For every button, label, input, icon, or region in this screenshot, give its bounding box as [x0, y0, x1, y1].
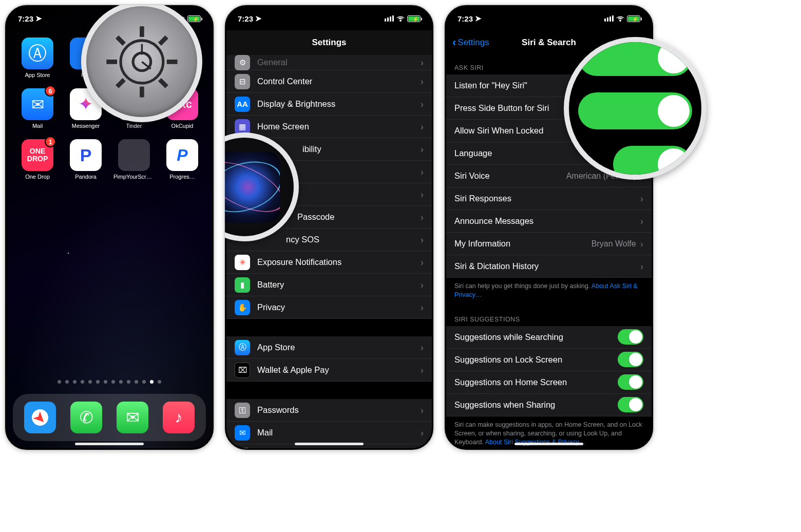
- toggle-suggestions-homescreen[interactable]: [618, 374, 643, 390]
- phone-icon: ✆: [80, 408, 93, 427]
- wifi-icon: [616, 15, 624, 22]
- folder-pimpyourscreen[interactable]: PimpYourScreen: [112, 139, 156, 180]
- back-label: Settings: [457, 37, 489, 48]
- siri-icon: [224, 151, 280, 222]
- onedrop-badge: 1: [45, 136, 56, 147]
- dock-music[interactable]: ♪: [163, 402, 195, 433]
- row-suggestions-searching[interactable]: Suggestions while Searching: [446, 326, 652, 349]
- row-siri-history[interactable]: Siri & Dictation History ›: [446, 255, 652, 278]
- page-indicator[interactable]: [7, 380, 212, 384]
- exposure-icon: ✳︎: [235, 255, 250, 270]
- chevron-right-icon: ›: [421, 144, 424, 155]
- folder-icon: [118, 139, 150, 171]
- magnifier-settings-icon: [81, 4, 202, 122]
- footer-ask-siri: Siri can help you get things done just b…: [446, 278, 652, 307]
- row-passwords[interactable]: ⚿ Passwords ›: [226, 399, 432, 422]
- chevron-right-icon: ›: [640, 216, 643, 227]
- contacts-icon: ☖: [235, 448, 250, 449]
- chevron-right-icon: ›: [421, 279, 424, 291]
- navbar-title: Siri & Search: [522, 37, 576, 48]
- app-onedrop[interactable]: ONE DROP 1 One Drop: [16, 139, 59, 180]
- chevron-right-icon: ›: [421, 121, 424, 132]
- chevron-right-icon: ›: [421, 76, 424, 87]
- gear-icon: ⚙︎: [235, 55, 250, 70]
- row-display-brightness[interactable]: AA Display & Brightness ›: [226, 93, 432, 116]
- chevron-right-icon: ›: [421, 57, 424, 68]
- row-appstore[interactable]: Ⓐ App Store ›: [226, 336, 432, 359]
- svg-line-9: [117, 80, 124, 87]
- chevron-right-icon: ›: [421, 342, 424, 353]
- toggle-suggestions-lockscreen[interactable]: [618, 352, 643, 367]
- status-time: 7:23: [457, 14, 473, 23]
- row-suggestions-homescreen[interactable]: Suggestions on Home Screen: [446, 371, 652, 394]
- status-time: 7:23: [18, 14, 33, 23]
- status-time: 7:23: [238, 14, 253, 23]
- row-suggestions-sharing[interactable]: Suggestions when Sharing: [446, 394, 652, 416]
- location-icon: ➤: [255, 14, 262, 23]
- music-icon: ♪: [175, 409, 183, 426]
- chevron-right-icon: ›: [421, 302, 424, 313]
- toggle-suggestions-sharing[interactable]: [618, 397, 643, 412]
- row-control-center[interactable]: ⊟ Control Center ›: [226, 70, 432, 93]
- dock-phone[interactable]: ✆: [70, 402, 102, 433]
- gear-icon: [98, 17, 186, 106]
- appstore-settings-icon: Ⓐ: [235, 340, 250, 355]
- app-mail[interactable]: ✉︎ 6 Mail: [16, 88, 59, 129]
- safari-icon: ➤: [29, 407, 51, 428]
- toggle-suggestions-searching[interactable]: [618, 329, 643, 345]
- chevron-right-icon: ›: [421, 99, 424, 110]
- mail-settings-icon: ✉︎: [235, 425, 250, 441]
- dock: ➤ ✆ ✉︎ ♪: [13, 394, 206, 441]
- dock-safari[interactable]: ➤: [24, 402, 56, 433]
- switches-icon: ⊟: [235, 74, 250, 89]
- pandora-icon: P: [80, 145, 92, 165]
- mail-badge: 6: [45, 85, 56, 97]
- location-icon: ➤: [475, 14, 482, 23]
- tutorial-three-up: 7:23 ➤ ⚡ Ⓐ App Store: [0, 0, 801, 455]
- row-suggestions-lockscreen[interactable]: Suggestions on Lock Screen: [446, 349, 652, 371]
- big-toggle-bottom: [613, 146, 692, 180]
- messenger-icon: ✦: [78, 93, 93, 115]
- wallet-icon: ⌧: [235, 363, 250, 378]
- app-appstore[interactable]: Ⓐ App Store: [16, 37, 59, 78]
- row-wallet[interactable]: ⌧ Wallet & Apple Pay ›: [226, 359, 432, 382]
- app-pandora[interactable]: P Pandora: [64, 139, 107, 180]
- section-siri-suggestions: SIRI SUGGESTIONS: [446, 307, 652, 326]
- row-exposure-notifications[interactable]: ✳︎ Exposure Notifications ›: [226, 251, 432, 274]
- big-toggle-mid: [578, 92, 692, 129]
- home-indicator[interactable]: [295, 443, 364, 445]
- row-siri-responses[interactable]: Siri Responses ›: [446, 187, 652, 210]
- chevron-right-icon: ›: [640, 238, 643, 250]
- chevron-right-icon: ›: [421, 427, 424, 439]
- battery-settings-icon: ▮: [235, 277, 250, 293]
- chevron-right-icon: ›: [640, 193, 643, 204]
- chevron-right-icon: ›: [421, 234, 424, 245]
- phone-home: 7:23 ➤ ⚡ Ⓐ App Store: [4, 4, 215, 451]
- row-privacy[interactable]: ✋ Privacy ›: [226, 296, 432, 319]
- home-indicator[interactable]: [514, 443, 583, 445]
- chevron-right-icon: ›: [421, 365, 424, 376]
- row-announce-messages[interactable]: Announce Messages ›: [446, 210, 652, 233]
- chevron-right-icon: ›: [421, 166, 424, 178]
- settings-list[interactable]: ⚙︎ General › ⊟ Control Center › AA Displ…: [226, 55, 432, 448]
- home-indicator[interactable]: [75, 443, 144, 445]
- dock-messages[interactable]: ✉︎: [117, 402, 148, 433]
- row-general[interactable]: ⚙︎ General ›: [226, 55, 432, 70]
- app-progress[interactable]: P Progres…: [161, 139, 204, 180]
- navbar-title: Settings: [312, 37, 346, 48]
- status-bar: 7:23 ➤ ⚡: [446, 7, 652, 30]
- text-size-icon: AA: [235, 97, 250, 112]
- back-button[interactable]: ‹ Settings: [452, 30, 489, 55]
- phone-settings: 7:23 ➤ ⚡ Settings ⚙︎ General ›: [224, 4, 434, 451]
- chevron-right-icon: ›: [421, 189, 424, 200]
- cellular-icon: [604, 15, 614, 22]
- row-mail[interactable]: ✉︎ Mail ›: [226, 422, 432, 444]
- messages-icon: ✉︎: [126, 408, 140, 427]
- row-my-information[interactable]: My Information Bryan Wolfe ›: [446, 233, 652, 255]
- chevron-right-icon: ›: [421, 405, 424, 416]
- row-battery[interactable]: ▮ Battery ›: [226, 274, 432, 296]
- home-grid-icon: ▦: [235, 119, 250, 135]
- key-icon: ⚿: [235, 403, 250, 418]
- battery-icon: ⚡: [627, 15, 640, 22]
- battery-icon: ⚡: [407, 15, 421, 22]
